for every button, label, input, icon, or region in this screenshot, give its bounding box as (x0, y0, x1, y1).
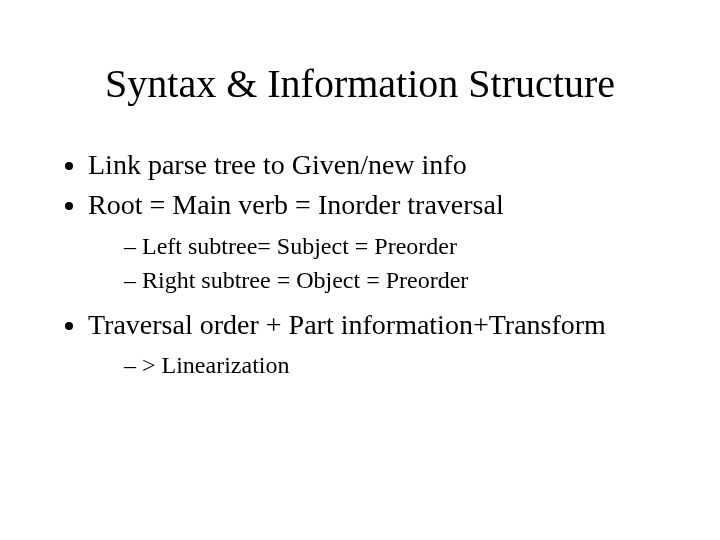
sub-bullet-text: > Linearization (142, 352, 289, 378)
bullet-list: Link parse tree to Given/new info Root =… (40, 147, 680, 381)
sub-bullet-list: Left subtree= Subject = Preorder Right s… (88, 230, 680, 297)
slide: Syntax & Information Structure Link pars… (0, 0, 720, 540)
sub-bullet-text: Left subtree= Subject = Preorder (142, 233, 457, 259)
sub-list-item: > Linearization (124, 349, 680, 381)
list-item: Root = Main verb = Inorder traversal Lef… (88, 187, 680, 296)
slide-title: Syntax & Information Structure (40, 60, 680, 107)
sub-bullet-list: > Linearization (88, 349, 680, 381)
sub-list-item: Left subtree= Subject = Preorder (124, 230, 680, 262)
sub-bullet-text: Right subtree = Object = Preorder (142, 267, 468, 293)
bullet-text: Traversal order + Part information+Trans… (88, 309, 606, 340)
list-item: Traversal order + Part information+Trans… (88, 307, 680, 382)
list-item: Link parse tree to Given/new info (88, 147, 680, 183)
sub-list-item: Right subtree = Object = Preorder (124, 264, 680, 296)
bullet-text: Root = Main verb = Inorder traversal (88, 189, 504, 220)
bullet-text: Link parse tree to Given/new info (88, 149, 467, 180)
